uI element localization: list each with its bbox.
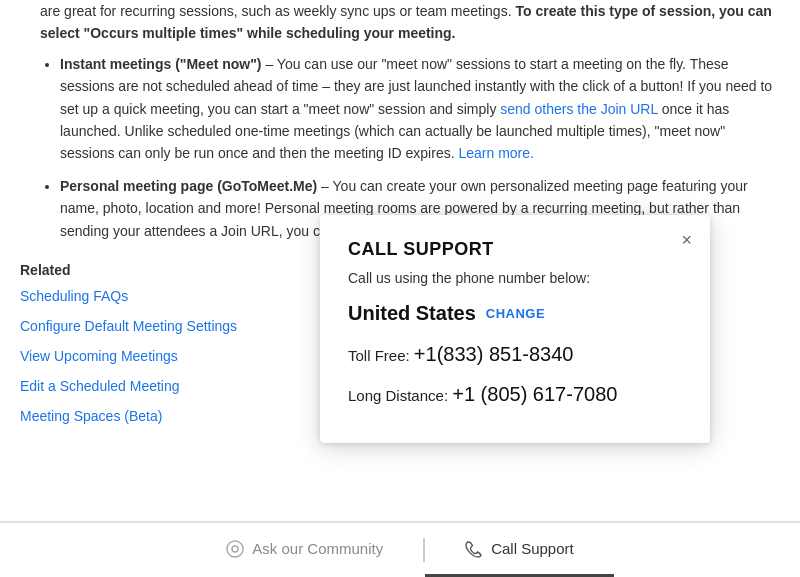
call-support-modal: × CALL SUPPORT Call us using the phone n… (320, 215, 710, 443)
modal-close-button[interactable]: × (677, 227, 696, 253)
modal-subtitle: Call us using the phone number below: (348, 270, 682, 286)
modal-long-distance-row: Long Distance: +1 (805) 617-7080 (348, 379, 682, 409)
modal-title: CALL SUPPORT (348, 239, 682, 260)
modal-country: United States (348, 302, 476, 325)
modal-toll-free-row: Toll Free: +1(833) 851-8340 (348, 339, 682, 369)
long-distance-label: Long Distance: (348, 387, 448, 404)
toll-free-label: Toll Free: (348, 347, 410, 364)
modal-country-row: United States CHANGE (348, 302, 682, 325)
modal-change-link[interactable]: CHANGE (486, 306, 545, 321)
toll-free-number: +1(833) 851-8340 (414, 343, 574, 365)
long-distance-number: +1 (805) 617-7080 (452, 383, 617, 405)
